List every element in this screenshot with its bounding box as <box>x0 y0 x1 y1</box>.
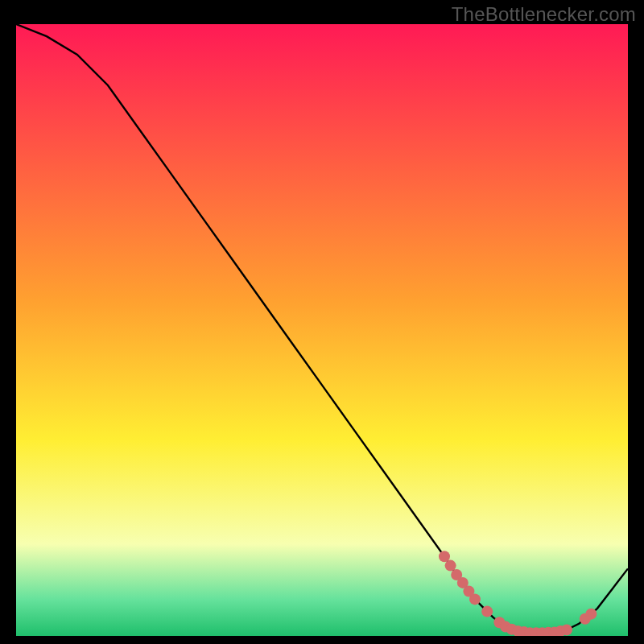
data-marker <box>445 560 456 572</box>
data-marker <box>561 624 572 635</box>
chart-stage: TheBottlenecker.com <box>0 0 644 644</box>
data-marker <box>439 551 450 562</box>
data-marker <box>469 593 481 605</box>
data-marker <box>481 606 493 617</box>
watermark-label: TheBottlenecker.com <box>452 3 636 26</box>
plot-svg <box>16 24 628 636</box>
bottleneck-plot <box>16 24 628 636</box>
gradient-background <box>16 24 628 636</box>
data-marker <box>585 609 597 620</box>
